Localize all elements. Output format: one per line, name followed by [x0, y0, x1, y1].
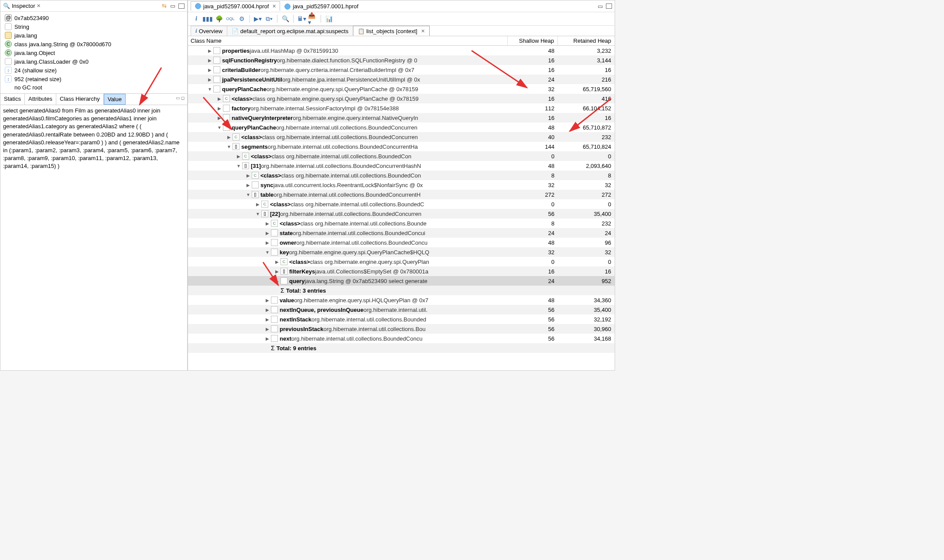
tab-statics[interactable]: Statics — [0, 94, 25, 105]
chart-icon[interactable]: 📊 — [324, 14, 334, 24]
minimize-icon[interactable]: ▭ ◻ — [173, 94, 187, 105]
tree-row[interactable]: ▶[]filterKeys java.util.Collections$Empt… — [188, 266, 615, 276]
expander-icon[interactable]: ▼ — [246, 192, 251, 197]
tab-attributes[interactable]: Attributes — [25, 94, 56, 105]
tree-row[interactable]: ▶nextInQueue, previousInQueue org.hibern… — [188, 305, 615, 314]
tree-row[interactable]: ▶C<class> class org.hibernate.internal.u… — [188, 132, 615, 142]
maximize-icon[interactable] — [178, 3, 185, 9]
tree-row[interactable]: ▶value org.hibernate.engine.query.spi.HQ… — [188, 295, 615, 305]
tree-row[interactable]: ▶nativeQueryInterpreter org.hibernate.en… — [188, 113, 615, 123]
tree-row[interactable]: ▶C<class> class org.hibernate.engine.que… — [188, 94, 615, 103]
info-icon[interactable]: i — [192, 14, 201, 24]
tree-row[interactable]: ▼[]table org.hibernate.internal.util.col… — [188, 190, 615, 199]
tree-row[interactable]: ▶nextInStack org.hibernate.internal.util… — [188, 314, 615, 324]
close-icon[interactable]: ✕ — [37, 3, 41, 9]
expander-icon[interactable]: ▶ — [265, 336, 270, 341]
inspector-item[interactable]: ↕24 (shallow size) — [0, 66, 187, 75]
expander-icon[interactable]: ▶ — [246, 183, 251, 188]
expander-icon[interactable]: ▶ — [217, 96, 222, 101]
expander-icon[interactable]: ▶ — [265, 307, 270, 312]
run-icon[interactable]: ▶▾ — [253, 14, 263, 24]
object-tree[interactable]: ▶properties java.util.HashMap @ 0x781599… — [188, 46, 615, 370]
editor-tab-0[interactable]: java_pid52597.0004.hprof ✕ — [191, 1, 280, 11]
tree-row[interactable]: ▶criteriaBuilder org.hibernate.query.cri… — [188, 65, 615, 75]
close-icon[interactable]: ✕ — [272, 3, 276, 9]
expander-icon[interactable]: ▶ — [255, 202, 260, 207]
tree-row[interactable]: ▶sqlFunctionRegistry org.hibernate.diale… — [188, 55, 615, 65]
calc-icon[interactable]: 🖩▾ — [297, 14, 306, 24]
tree-row[interactable]: ▶factory org.hibernate.internal.SessionF… — [188, 103, 615, 113]
expander-icon[interactable]: ▶ — [207, 48, 212, 53]
tree-row[interactable]: ▶owner org.hibernate.internal.util.colle… — [188, 238, 615, 247]
inspector-item[interactable]: ↕952 (retained size) — [0, 75, 187, 83]
tree-row[interactable]: ▶C<class> class org.hibernate.internal.u… — [188, 151, 615, 161]
tree-row[interactable]: ▶sync java.util.concurrent.locks.Reentra… — [188, 180, 615, 190]
query-icon[interactable]: ⧉▾ — [264, 14, 274, 24]
expander-icon[interactable]: ▶ — [207, 68, 212, 72]
editor-tab-1[interactable]: java_pid52597.0001.hprof — [280, 2, 362, 11]
tree-row[interactable]: ▼[]segments org.hibernate.internal.util.… — [188, 142, 615, 151]
tree-row[interactable]: ▼queryPlanCache org.hibernate.internal.u… — [188, 123, 615, 132]
expander-icon[interactable]: ▼ — [265, 250, 270, 255]
expander-icon[interactable]: ▶ — [226, 135, 232, 140]
subtab-overview[interactable]: i Overview — [191, 26, 227, 36]
expander-icon[interactable]: ▶ — [217, 116, 222, 120]
tab-class-hierarchy[interactable]: Class Hierarchy — [56, 94, 104, 105]
col-retained-heap[interactable]: Retained Heap — [558, 36, 615, 45]
inspector-item[interactable]: String — [0, 22, 187, 31]
expander-icon[interactable]: ▼ — [226, 144, 232, 149]
tree-row[interactable]: ▼[][31] org.hibernate.internal.util.coll… — [188, 161, 615, 171]
expander-icon[interactable]: ▶ — [265, 317, 270, 322]
expander-icon[interactable]: ▼ — [217, 125, 222, 130]
inspector-item[interactable]: Cclass java.lang.String @ 0x78000d670 — [0, 40, 187, 48]
thread-icon[interactable]: ⚙ — [237, 14, 246, 24]
expander-icon[interactable]: ▼ — [255, 212, 260, 216]
expander-icon[interactable]: ▶ — [274, 260, 280, 264]
expander-icon[interactable]: ▼ — [236, 164, 241, 168]
tree-icon[interactable]: 🌳 — [214, 14, 224, 24]
expander-icon[interactable]: ▶ — [207, 77, 212, 82]
expander-icon[interactable]: ▶ — [246, 173, 251, 178]
expander-icon[interactable]: ▶ — [265, 240, 270, 245]
tree-row[interactable]: ▶state org.hibernate.internal.util.colle… — [188, 228, 615, 238]
tree-row[interactable]: ▶next org.hibernate.internal.util.collec… — [188, 334, 615, 343]
minimize-icon[interactable]: ▭ — [596, 2, 604, 10]
subtab-list-objects[interactable]: 📋 list_objects [context] ✕ — [353, 26, 430, 36]
tree-row[interactable]: ▶jpaPersistenceUnitUtil org.hibernate.jp… — [188, 75, 615, 84]
inspector-item[interactable]: java.lang.ClassLoader @ 0x0 — [0, 57, 187, 66]
col-shallow-heap[interactable]: Shallow Heap — [508, 36, 558, 45]
tab-value[interactable]: Value — [104, 94, 126, 105]
subtab-default-report[interactable]: 📄 default_report org.eclipse.mat.api:sus… — [227, 26, 353, 36]
link-icon[interactable]: ⇆ — [160, 2, 168, 10]
col-class-name[interactable]: Class Name — [188, 36, 508, 45]
inspector-item[interactable]: no GC root — [0, 83, 187, 92]
tree-row[interactable]: ▼[][22] org.hibernate.internal.util.coll… — [188, 209, 615, 219]
close-icon[interactable]: ✕ — [421, 28, 425, 34]
expander-icon[interactable]: ▶ — [265, 231, 270, 236]
tree-row[interactable]: ΣTotal: 3 entries — [188, 286, 615, 295]
tree-row[interactable]: ▶C<class> class org.hibernate.internal.u… — [188, 219, 615, 228]
expander-icon[interactable]: ▶ — [274, 279, 280, 283]
tree-row[interactable]: ▶previousInStack org.hibernate.internal.… — [188, 324, 615, 334]
tree-row[interactable]: ▶properties java.util.HashMap @ 0x781599… — [188, 46, 615, 55]
search-icon[interactable]: 🔍 — [280, 14, 290, 24]
tree-row[interactable]: ▶C<class> class org.hibernate.engine.que… — [188, 257, 615, 266]
histogram-icon[interactable]: ▮▮▮ — [203, 14, 212, 24]
oql-icon[interactable]: OQL — [226, 14, 235, 24]
tree-row[interactable]: ▶query java.lang.String @ 0x7ab523490 se… — [188, 276, 615, 286]
inspector-item[interactable]: Cjava.lang.Object — [0, 48, 187, 57]
expander-icon[interactable]: ▶ — [236, 154, 241, 159]
tree-row[interactable]: ▼queryPlanCache org.hibernate.engine.que… — [188, 84, 615, 94]
tree-row[interactable]: ▼key org.hibernate.engine.query.spi.Quer… — [188, 247, 615, 257]
expander-icon[interactable]: ▶ — [265, 221, 270, 226]
expander-icon[interactable]: ▶ — [217, 106, 222, 111]
tree-row[interactable]: ▶C<class> class org.hibernate.internal.u… — [188, 199, 615, 209]
tree-row[interactable]: ▶C<class> class org.hibernate.internal.u… — [188, 171, 615, 180]
expander-icon[interactable]: ▶ — [274, 269, 280, 274]
minimize-icon[interactable]: ▭ — [169, 2, 177, 10]
expander-icon[interactable]: ▶ — [265, 298, 270, 303]
inspector-item[interactable]: java.lang — [0, 31, 187, 40]
expander-icon[interactable]: ▶ — [207, 58, 212, 63]
inspector-item[interactable]: @0x7ab523490 — [0, 14, 187, 22]
tree-row[interactable]: ΣTotal: 9 entries — [188, 343, 615, 353]
